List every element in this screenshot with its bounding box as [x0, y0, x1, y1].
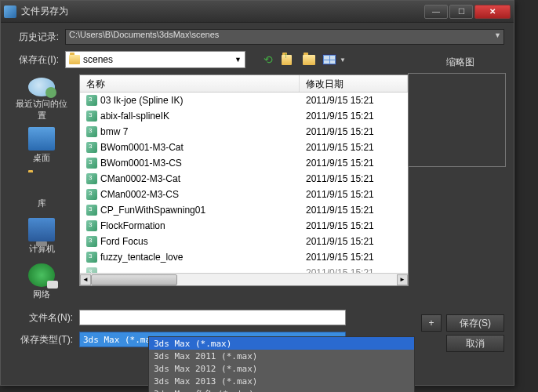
place-library[interactable]: 库	[13, 169, 70, 212]
scroll-thumb[interactable]	[91, 274, 177, 285]
table-row[interactable]: abix-fall-splineIK2011/9/15 15:21	[80, 108, 408, 124]
scroll-left-button[interactable]: ◄	[80, 274, 91, 285]
filetype-option[interactable]: 3ds Max 2012 (*.max)	[149, 362, 414, 375]
file-date: 2011/9/15 15:21	[300, 158, 408, 169]
views-dropdown-icon[interactable]: ▼	[340, 56, 346, 64]
file-name: BWom0001-M3-CS	[100, 158, 182, 169]
file-date: 2011/0/15 15:21	[300, 267, 408, 273]
new-folder-icon[interactable]	[302, 53, 316, 67]
save-as-dialog: 文件另存为 — ☐ ✕ 历史记录: C:\Users\B\Documents\3…	[0, 0, 514, 386]
max-file-icon	[86, 142, 97, 153]
history-label: 历史记录:	[10, 31, 65, 44]
file-name: 03 Ik-joe (Spline IK)	[100, 95, 183, 106]
file-date: 2011/9/15 15:21	[300, 189, 408, 200]
filetype-option[interactable]: 3ds Max 2013 (*.max)	[149, 375, 414, 387]
file-name: CMan0002-M3-CS	[100, 189, 179, 200]
file-date: 2011/9/15 15:21	[300, 142, 408, 153]
maximize-button[interactable]: ☐	[449, 5, 473, 19]
file-date: 2011/9/15 15:21	[300, 220, 408, 231]
max-file-icon	[86, 236, 97, 247]
minimize-button[interactable]: —	[424, 5, 448, 19]
savein-select[interactable]: scenes ▼	[65, 51, 245, 68]
table-row[interactable]: BWom0001-M3-CS2011/9/15 15:21	[80, 155, 408, 171]
history-select[interactable]: C:\Users\B\Documents\3dsMax\scenes	[65, 29, 504, 45]
savein-label: 保存在(I):	[10, 53, 65, 67]
column-name[interactable]: 名称	[80, 75, 300, 92]
save-button[interactable]: 保存(S)	[446, 314, 504, 332]
table-row[interactable]: bmw 72011/9/15 15:21	[80, 124, 408, 140]
max-file-icon	[86, 205, 97, 216]
filetype-option[interactable]: 3ds Max (*.max)	[149, 337, 414, 350]
close-button[interactable]: ✕	[474, 5, 511, 19]
file-date: 2011/9/15 15:21	[300, 173, 408, 184]
file-name: CMan0002-M3-Cat	[100, 173, 180, 184]
window-title: 文件另存为	[21, 5, 424, 18]
max-file-icon	[86, 252, 97, 263]
file-date: 2011/9/15 15:21	[300, 205, 408, 216]
filetype-option[interactable]: 3ds Max 2011 (*.max)	[149, 350, 414, 362]
table-row[interactable]: 2011/0/15 15:21	[80, 265, 408, 273]
table-row[interactable]: FlockFormation2011/9/15 15:21	[80, 218, 408, 234]
file-name: abix-fall-splineIK	[100, 111, 169, 122]
max-file-icon	[86, 173, 97, 184]
folder-icon	[69, 55, 80, 64]
file-name: fuzzy_tentacle_love	[100, 252, 183, 263]
back-icon[interactable]: ⟲	[261, 53, 275, 67]
file-list: 名称 修改日期 03 Ik-joe (Spline IK)2011/9/15 1…	[79, 74, 409, 286]
file-name: Ford Focus	[100, 236, 148, 247]
scroll-right-button[interactable]: ►	[397, 274, 408, 285]
file-date: 2011/9/15 15:21	[300, 95, 408, 106]
table-row[interactable]: CMan0002-M3-CS2011/9/15 15:21	[80, 187, 408, 202]
max-file-icon	[86, 189, 97, 200]
thumbnail-preview	[408, 73, 506, 167]
column-date[interactable]: 修改日期	[300, 75, 408, 92]
place-computer[interactable]: 计算机	[13, 214, 70, 258]
up-folder-icon[interactable]	[282, 53, 296, 67]
filename-input[interactable]	[79, 310, 346, 325]
place-recent[interactable]: 最近访问的位置	[13, 78, 70, 122]
table-row[interactable]: BWom0001-M3-Cat2011/9/15 15:21	[80, 140, 408, 155]
file-date: 2011/9/15 15:21	[300, 111, 408, 122]
file-date: 2011/9/15 15:21	[300, 252, 408, 263]
titlebar[interactable]: 文件另存为 — ☐ ✕	[1, 1, 514, 23]
table-row[interactable]: Ford Focus2011/9/15 15:21	[80, 234, 408, 249]
file-date: 2011/9/15 15:21	[300, 236, 408, 247]
plus-button[interactable]: +	[421, 314, 442, 332]
file-name: CP_FunWithSpawning01	[100, 205, 205, 216]
max-file-icon	[86, 158, 97, 169]
table-row[interactable]: 03 Ik-joe (Spline IK)2011/9/15 15:21	[80, 93, 408, 108]
max-file-icon	[86, 267, 97, 273]
filetype-option[interactable]: 3ds Max 角色 (*.chr)	[149, 387, 414, 392]
file-name: bmw 7	[100, 126, 128, 137]
table-row[interactable]: CMan0002-M3-Cat2011/9/15 15:21	[80, 171, 408, 187]
max-file-icon	[86, 126, 97, 137]
place-desktop[interactable]: 桌面	[13, 123, 70, 167]
table-row[interactable]: fuzzy_tentacle_love2011/9/15 15:21	[80, 249, 408, 265]
cancel-button[interactable]: 取消	[446, 335, 504, 352]
max-file-icon	[86, 95, 97, 106]
thumbnail-label: 缩略图	[446, 56, 474, 69]
savein-value: scenes	[83, 54, 113, 65]
table-row[interactable]: CP_FunWithSpawning012011/9/15 15:21	[80, 202, 408, 218]
views-icon[interactable]	[322, 53, 336, 67]
file-name: BWom0001-M3-Cat	[100, 142, 184, 153]
file-date: 2011/9/15 15:21	[300, 126, 408, 137]
file-name: FlockFormation	[100, 220, 165, 231]
max-file-icon	[86, 111, 97, 122]
place-network[interactable]: 网络	[13, 260, 70, 303]
app-icon	[4, 5, 16, 18]
places-bar: 最近访问的位置 桌面 库 计算机 网络	[10, 74, 73, 303]
filename-label: 文件名(N):	[10, 311, 79, 325]
file-list-header: 名称 修改日期	[80, 75, 408, 93]
horizontal-scrollbar[interactable]: ◄ ►	[80, 273, 408, 285]
filetype-label: 保存类型(T):	[10, 333, 79, 347]
max-file-icon	[86, 220, 97, 231]
filetype-dropdown: 3ds Max (*.max)3ds Max 2011 (*.max)3ds M…	[148, 336, 415, 392]
